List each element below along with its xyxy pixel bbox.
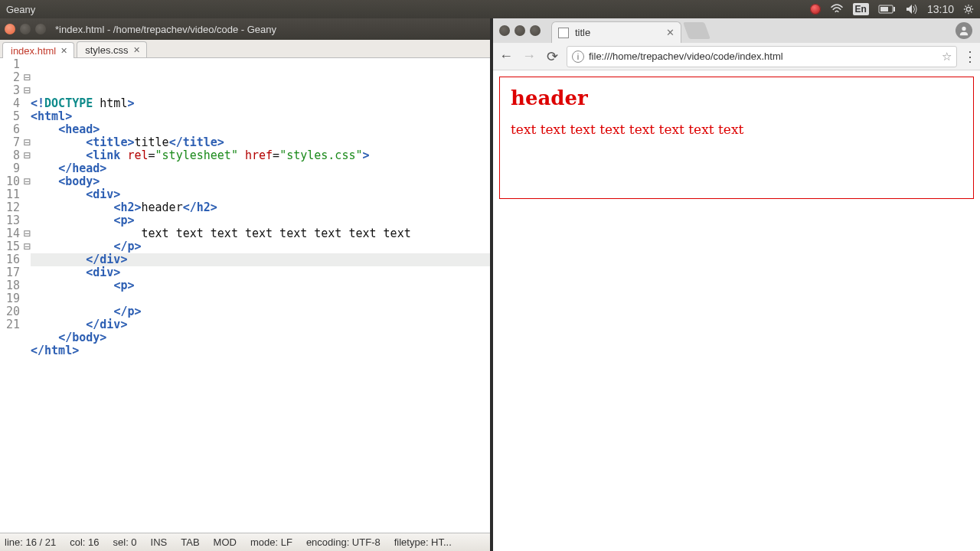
forward-button: → — [521, 48, 537, 64]
editor-tabs: index.html ✕ styles.css ✕ — [0, 40, 490, 58]
reload-button[interactable]: ⟳ — [544, 48, 560, 65]
tab-label: styles.css — [85, 44, 128, 56]
tab-index-html[interactable]: index.html ✕ — [2, 42, 74, 58]
tab-close-icon[interactable]: ✕ — [60, 46, 67, 56]
bookmark-star-icon[interactable]: ☆ — [942, 50, 952, 64]
window-maximize-icon[interactable] — [530, 25, 541, 36]
browser-window: title ✕ ← → ⟳ i file:///home/trepachev/v… — [493, 18, 980, 551]
status-mod: MOD — [214, 536, 237, 548]
status-tab: TAB — [181, 536, 199, 548]
code-area[interactable]: <!DOCTYPE html><html> <head> <title>titl… — [31, 58, 490, 533]
app-name: Geany — [6, 4, 35, 15]
address-bar[interactable]: i file:///home/trepachev/video/code/inde… — [567, 46, 957, 67]
geany-titlebar[interactable]: *index.html - /home/trepachev/video/code… — [0, 18, 490, 40]
tab-label: index.html — [11, 45, 56, 57]
url-text: file:///home/trepachev/video/code/index.… — [589, 51, 783, 62]
geany-window: *index.html - /home/trepachev/video/code… — [0, 18, 490, 551]
code-editor[interactable]: 123456789101112131415161718192021 ⊟⊟⊟⊟⊟⊟… — [0, 58, 490, 533]
page-paragraph: text text text text text text text text — [511, 122, 962, 137]
window-maximize-icon[interactable] — [35, 24, 46, 34]
battery-icon[interactable] — [878, 5, 897, 14]
volume-icon[interactable] — [906, 4, 918, 15]
tab-styles-css[interactable]: styles.css ✕ — [77, 41, 146, 57]
window-close-icon[interactable] — [499, 25, 510, 36]
status-filetype: filetype: HT... — [394, 536, 452, 548]
tab-title: title — [575, 27, 590, 38]
status-bar: line: 16 / 21 col: 16 sel: 0 INS TAB MOD… — [0, 533, 490, 551]
clock[interactable]: 13:10 — [927, 3, 954, 15]
status-encoding: encoding: UTF-8 — [306, 536, 381, 548]
fold-gutter[interactable]: ⊟⊟⊟⊟⊟⊟⊟ — [23, 58, 31, 533]
line-number-gutter: 123456789101112131415161718192021 — [0, 58, 23, 533]
favicon-icon — [558, 28, 569, 38]
page-header: header — [511, 86, 962, 109]
settings-gear-icon[interactable] — [963, 4, 974, 15]
tab-close-icon[interactable]: ✕ — [133, 45, 140, 55]
profile-icon[interactable] — [956, 22, 972, 39]
status-line: line: 16 / 21 — [5, 536, 56, 548]
browser-tab[interactable]: title ✕ — [551, 21, 681, 43]
record-icon[interactable] — [810, 4, 821, 15]
new-tab-button[interactable] — [683, 22, 710, 39]
tab-close-icon[interactable]: ✕ — [666, 27, 675, 38]
back-button[interactable]: ← — [498, 48, 514, 64]
window-minimize-icon[interactable] — [20, 24, 31, 34]
status-mode: mode: LF — [250, 536, 292, 548]
browser-tabstrip: title ✕ — [493, 18, 980, 43]
window-close-icon[interactable] — [5, 24, 15, 34]
svg-point-4 — [962, 27, 965, 31]
page-viewport[interactable]: header text text text text text text tex… — [493, 70, 980, 551]
svg-rect-1 — [893, 7, 895, 11]
wifi-icon[interactable] — [830, 4, 844, 15]
status-sel: sel: 0 — [113, 536, 137, 548]
browser-toolbar: ← → ⟳ i file:///home/trepachev/video/cod… — [493, 43, 980, 70]
site-info-icon[interactable]: i — [572, 51, 584, 63]
window-minimize-icon[interactable] — [514, 25, 525, 36]
language-indicator[interactable]: En — [853, 3, 869, 15]
status-col: col: 16 — [70, 536, 99, 548]
browser-menu-icon[interactable]: ⋮ — [963, 48, 975, 65]
svg-rect-2 — [880, 7, 888, 11]
window-title: *index.html - /home/trepachev/video/code… — [55, 24, 276, 35]
svg-point-3 — [966, 7, 970, 11]
system-menubar: Geany En 13:10 — [0, 0, 980, 18]
status-ins: INS — [151, 536, 168, 548]
rendered-box: header text text text text text text tex… — [499, 77, 974, 199]
